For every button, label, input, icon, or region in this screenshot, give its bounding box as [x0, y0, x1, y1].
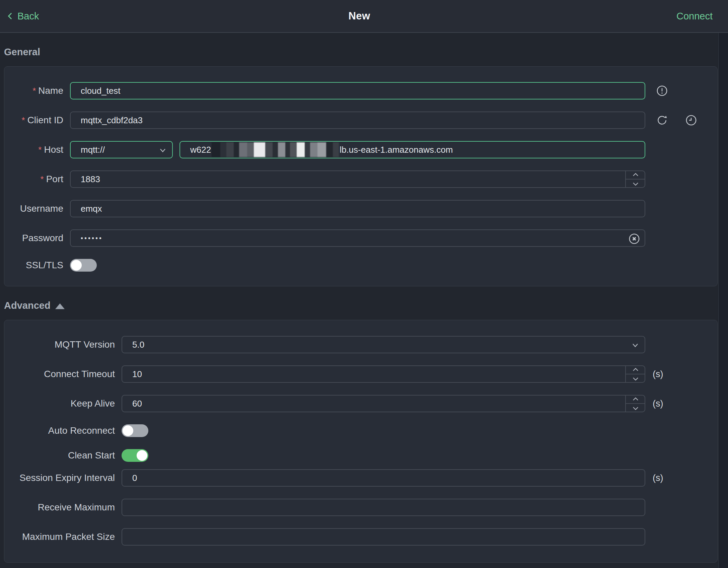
password-label: Password: [12, 233, 63, 243]
clean-start-toggle[interactable]: [122, 449, 148, 462]
host-label: *Host: [12, 144, 63, 155]
port-label: *Port: [12, 174, 63, 185]
keep-alive-label: Keep Alive: [12, 398, 115, 409]
form-content: General *Name cloud_test *Client ID: [0, 46, 728, 563]
host-input[interactable]: w622 lb.us-east-1.amazonaws.com: [179, 141, 645, 158]
receive-maximum-label: Receive Maximum: [12, 502, 115, 513]
connect-timeout-row: Connect Timeout 10 (s): [12, 365, 717, 383]
connect-timeout-label: Connect Timeout: [12, 369, 115, 379]
connect-timeout-input[interactable]: 10: [122, 365, 645, 383]
mqtt-version-row: MQTT Version 5.0: [12, 336, 717, 353]
session-expiry-label: Session Expiry Interval: [12, 473, 115, 483]
seconds-unit: (s): [653, 473, 663, 483]
receive-maximum-row: Receive Maximum: [12, 499, 717, 516]
username-row: Username emqx: [12, 200, 717, 217]
password-input[interactable]: ••••••: [70, 229, 645, 247]
clean-start-row: Clean Start: [12, 449, 717, 462]
refresh-client-id-icon[interactable]: [656, 115, 668, 126]
client-id-label: *Client ID: [12, 115, 63, 126]
ssl-tls-toggle[interactable]: [70, 259, 97, 272]
name-row: *Name cloud_test: [12, 82, 717, 99]
seconds-unit: (s): [653, 369, 663, 379]
general-card: *Name cloud_test *Client ID mqttx_cdbf2d…: [4, 66, 718, 286]
session-expiry-row: Session Expiry Interval 0 (s): [12, 469, 717, 487]
session-expiry-input[interactable]: 0: [122, 469, 645, 487]
redacted-host-segment: [212, 142, 339, 157]
mqtt-version-select[interactable]: 5.0: [122, 336, 645, 353]
mqtt-version-label: MQTT Version: [12, 339, 115, 350]
general-section-header: General: [4, 46, 728, 58]
required-asterisk: *: [38, 145, 42, 155]
new-connection-page: Back New Connect General *Name cloud_tes…: [0, 0, 728, 568]
connect-timeout-decrease-button[interactable]: [626, 374, 645, 383]
receive-maximum-input[interactable]: [122, 499, 645, 516]
name-input[interactable]: cloud_test: [70, 82, 645, 99]
name-label: *Name: [12, 85, 63, 96]
connect-timeout-stepper: [625, 365, 645, 383]
history-clock-icon[interactable]: [685, 115, 697, 126]
port-input[interactable]: 1883: [70, 170, 645, 188]
required-asterisk: *: [41, 174, 44, 184]
name-warning-icon[interactable]: [656, 85, 668, 96]
host-row: *Host mqtt:// w622 lb.us-east-1.amazonaw…: [12, 141, 717, 158]
port-decrease-button[interactable]: [626, 180, 645, 188]
clean-start-label: Clean Start: [12, 450, 115, 461]
advanced-section-title: Advanced: [4, 300, 51, 311]
page-title: New: [0, 10, 719, 22]
keep-alive-stepper: [625, 395, 645, 412]
keep-alive-increase-button[interactable]: [626, 395, 645, 404]
keep-alive-row: Keep Alive 60 (s): [12, 395, 717, 412]
advanced-card: MQTT Version 5.0 Connect Timeout 10: [4, 320, 718, 563]
general-section-title: General: [4, 46, 40, 58]
scrollbar-track[interactable]: [718, 33, 728, 568]
connect-button[interactable]: Connect: [676, 11, 713, 22]
required-asterisk: *: [32, 86, 36, 96]
connect-timeout-increase-button[interactable]: [626, 365, 645, 374]
port-stepper: [625, 170, 645, 188]
chevron-down-icon: [631, 341, 639, 349]
collapse-arrow-icon: [55, 303, 65, 309]
keep-alive-input[interactable]: 60: [122, 395, 645, 412]
maximum-packet-size-input[interactable]: [122, 528, 645, 546]
ssl-tls-row: SSL/TLS: [12, 259, 717, 272]
seconds-unit: (s): [653, 399, 663, 409]
toggle-knob: [123, 425, 133, 436]
chevron-down-icon: [159, 146, 167, 154]
username-input[interactable]: emqx: [70, 200, 645, 217]
maximum-packet-size-row: Maximum Packet Size: [12, 528, 717, 546]
toggle-knob: [71, 260, 82, 271]
protocol-select[interactable]: mqtt://: [70, 141, 173, 158]
client-id-row: *Client ID mqttx_cdbf2da3: [12, 112, 717, 129]
advanced-section-header[interactable]: Advanced: [4, 300, 728, 311]
required-asterisk: *: [22, 115, 25, 125]
client-id-input[interactable]: mqttx_cdbf2da3: [70, 112, 645, 129]
auto-reconnect-toggle[interactable]: [122, 424, 148, 437]
auto-reconnect-row: Auto Reconnect: [12, 424, 717, 437]
maximum-packet-size-label: Maximum Packet Size: [12, 531, 115, 542]
port-row: *Port 1883: [12, 170, 717, 188]
password-row: Password ••••••: [12, 229, 717, 247]
toggle-knob: [137, 450, 147, 461]
port-increase-button[interactable]: [626, 170, 645, 180]
username-label: Username: [12, 203, 63, 214]
clear-password-icon[interactable]: [629, 233, 640, 244]
ssl-tls-label: SSL/TLS: [12, 260, 63, 271]
auto-reconnect-label: Auto Reconnect: [12, 425, 115, 436]
topbar: Back New Connect: [0, 0, 728, 33]
keep-alive-decrease-button[interactable]: [626, 404, 645, 412]
